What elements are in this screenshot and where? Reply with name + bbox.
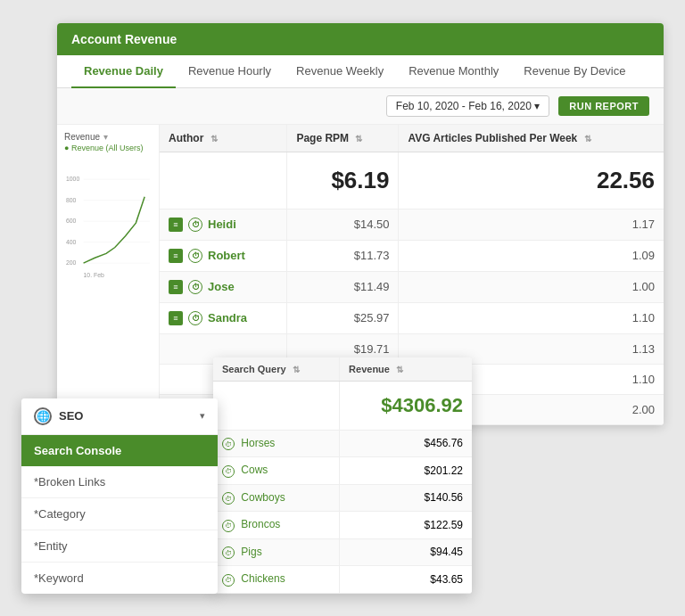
- svg-text:600: 600: [66, 218, 77, 224]
- seo-menu-item-broken-links[interactable]: *Broken Links: [21, 466, 218, 498]
- tab-revenue-daily[interactable]: Revenue Daily: [71, 55, 176, 88]
- avg-value: 1.10: [399, 302, 664, 333]
- sc-table-row: ⏱ Horses $456.76: [213, 430, 472, 457]
- chevron-down-icon[interactable]: ▾: [200, 410, 205, 422]
- seo-label: SEO: [59, 409, 83, 423]
- svg-text:1000: 1000: [66, 176, 79, 182]
- col-author[interactable]: Author ⇅: [160, 125, 287, 152]
- sc-revenue-cell: $201.22: [340, 457, 472, 485]
- sc-revenue-cell: $94.45: [340, 538, 472, 566]
- sc-row-icon: ⏱: [222, 574, 235, 587]
- sort-sc-revenue-icon[interactable]: ⇅: [396, 365, 403, 374]
- svg-text:400: 400: [66, 238, 77, 244]
- seo-active-label: Search Console: [34, 444, 121, 457]
- author-cell: ≡ ⏱ Jose: [169, 280, 277, 294]
- table-row: ≡ ⏱ Heidi $14.50 1.17: [160, 209, 664, 240]
- chart-dropdown-icon[interactable]: ▾: [103, 132, 108, 142]
- sort-avg-icon[interactable]: ⇅: [584, 134, 591, 144]
- tab-revenue-by-device[interactable]: Revenue By Device: [511, 55, 638, 88]
- sort-author-icon[interactable]: ⇅: [210, 134, 218, 144]
- author-name: Heidi: [208, 218, 236, 231]
- sc-row-icon: ⏱: [222, 492, 235, 505]
- date-range-picker[interactable]: Feb 10, 2020 - Feb 16, 2020 ▾: [386, 95, 549, 117]
- seo-header: 🌐 SEO ▾: [21, 398, 218, 435]
- globe-icon: 🌐: [34, 407, 52, 425]
- svg-text:10. Feb: 10. Feb: [84, 271, 104, 277]
- chart-title: Revenue: [64, 132, 100, 142]
- tab-revenue-hourly[interactable]: Revenue Hourly: [176, 55, 284, 88]
- seo-menu-item-entity[interactable]: *Entity: [21, 530, 218, 563]
- sc-query-cell: ⏱ Broncos: [213, 512, 340, 539]
- seo-active-item-search-console[interactable]: Search Console: [21, 435, 218, 466]
- rpm-value: $11.49: [287, 271, 399, 302]
- list-icon: ≡: [169, 218, 183, 232]
- avg-value: 1.00: [399, 271, 664, 302]
- summary-avg: 22.56: [399, 152, 664, 209]
- avg-value: 1.09: [399, 240, 664, 271]
- sc-query-link[interactable]: Cows: [241, 464, 268, 476]
- avg-value: 1.17: [399, 209, 664, 240]
- sc-query-cell: ⏱ Cows: [213, 457, 340, 485]
- date-range-text: Feb 10, 2020 - Feb 16, 2020: [396, 100, 532, 112]
- tab-revenue-weekly[interactable]: Revenue Weekly: [284, 55, 396, 88]
- svg-text:200: 200: [66, 259, 77, 266]
- author-cell: ≡ ⏱ Robert: [169, 249, 277, 263]
- sc-revenue-cell: $140.56: [340, 484, 472, 512]
- sc-query-link[interactable]: Broncos: [241, 518, 280, 530]
- sc-row-icon: ⏱: [222, 438, 235, 450]
- chart-area: Revenue ▾ ● Revenue (All Users) 1000 800…: [57, 125, 160, 425]
- sc-table-row: ⏱ Broncos $122.59: [213, 512, 472, 539]
- author-cell: ≡ ⏱ Sandra: [169, 311, 277, 325]
- sc-col-search-query[interactable]: Search Query ⇅: [213, 357, 340, 382]
- sc-row-icon: ⏱: [222, 546, 235, 559]
- sc-table-row: ⏱ Chickens $43.65: [213, 566, 472, 594]
- chart-title-row: Revenue ▾: [64, 132, 152, 142]
- sc-query-link[interactable]: Chickens: [241, 572, 285, 585]
- seo-sidebar-panel: 🌐 SEO ▾ Search Console *Broken Links *Ca…: [21, 398, 218, 594]
- tabs-bar: Revenue Daily Revenue Hourly Revenue Wee…: [57, 55, 664, 88]
- rpm-value: $14.50: [287, 209, 399, 240]
- clock-icon: ⏱: [188, 249, 202, 263]
- sc-query-cell: ⏱ Pigs: [213, 538, 340, 566]
- list-icon: ≡: [169, 280, 183, 294]
- svg-text:800: 800: [66, 196, 77, 202]
- revenue-chart: 1000 800 600 400 200 10. Feb: [64, 156, 152, 299]
- table-row: ≡ ⏱ Sandra $25.97 1.10: [160, 302, 664, 333]
- tab-revenue-monthly[interactable]: Revenue Monthly: [396, 55, 511, 88]
- author-name: Robert: [208, 249, 245, 262]
- rpm-value: $11.73: [287, 240, 399, 271]
- sc-row-icon: ⏱: [222, 520, 235, 532]
- sc-row-icon: ⏱: [222, 465, 235, 478]
- author-cell: ≡ ⏱ Heidi: [169, 218, 277, 232]
- col-avg-articles[interactable]: AVG Articles Published Per Week ⇅: [399, 125, 664, 152]
- clock-icon: ⏱: [188, 218, 202, 232]
- sc-table-row: ⏱ Cowboys $140.56: [213, 484, 472, 512]
- sc-query-link[interactable]: Pigs: [241, 546, 261, 558]
- seo-menu-item-category[interactable]: *Category: [21, 498, 218, 530]
- sc-revenue-cell: $122.59: [340, 512, 472, 539]
- sort-rpm-icon[interactable]: ⇅: [355, 134, 362, 144]
- clock-icon: ⏱: [188, 311, 202, 325]
- search-console-panel: Search Query ⇅ Revenue ⇅ $4306.92 ⏱: [213, 357, 472, 594]
- sc-query-cell: ⏱ Chickens: [213, 566, 340, 594]
- sc-query-cell: ⏱ Cowboys: [213, 484, 340, 512]
- clock-icon: ⏱: [188, 280, 202, 294]
- run-report-button[interactable]: RUN REPORT: [558, 96, 649, 116]
- table-row: ≡ ⏱ Robert $11.73 1.09: [160, 240, 664, 271]
- search-console-table: Search Query ⇅ Revenue ⇅ $4306.92 ⏱: [213, 357, 472, 594]
- list-icon: ≡: [169, 311, 183, 325]
- sc-col-revenue[interactable]: Revenue ⇅: [340, 357, 472, 382]
- sc-query-link[interactable]: Cowboys: [241, 491, 285, 504]
- summary-rpm: $6.19: [287, 152, 399, 209]
- chart-legend: ● Revenue (All Users): [64, 144, 152, 152]
- table-row: ≡ ⏱ Jose $11.49 1.00: [160, 271, 664, 302]
- col-page-rpm[interactable]: Page RPM ⇅: [287, 125, 399, 152]
- sc-query-cell: ⏱ Horses: [213, 430, 340, 457]
- rpm-value: $25.97: [287, 302, 399, 333]
- seo-menu-item-keyword[interactable]: *Keyword: [21, 563, 218, 594]
- sort-query-icon[interactable]: ⇅: [293, 365, 300, 374]
- sc-query-link[interactable]: Horses: [241, 437, 275, 449]
- sc-revenue-cell: $456.76: [340, 430, 472, 457]
- sc-table-row: ⏱ Pigs $94.45: [213, 538, 472, 566]
- author-name: Sandra: [208, 311, 247, 324]
